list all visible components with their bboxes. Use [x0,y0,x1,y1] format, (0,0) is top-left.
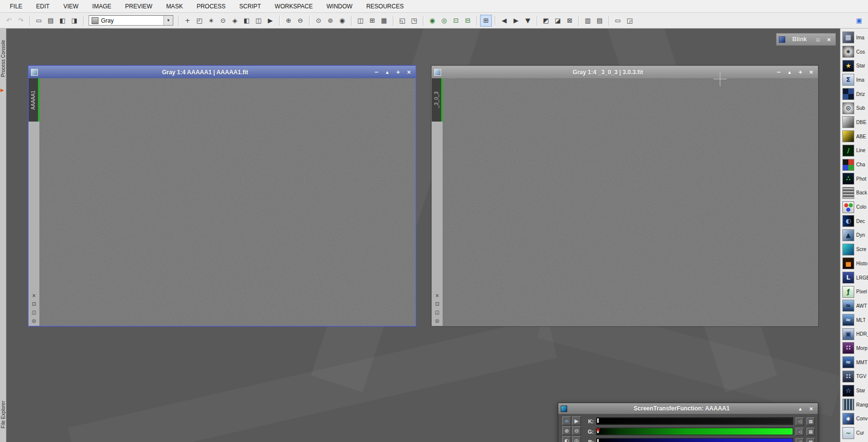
zoom-window-button[interactable]: + [394,68,402,76]
preview-tool-icon[interactable]: ⊡ [30,300,38,307]
process-item-atrouswavelettransform[interactable]: ≈ AWT [840,299,868,313]
menu-process[interactable]: PROCESS [190,0,232,13]
window-aaaaa1[interactable]: Gray 1:4 AAAAA1 | AAAAA1.fit −▴+× AAAAA1… [28,65,416,326]
menu-preview[interactable]: PREVIEW [118,0,159,13]
menu-resources[interactable]: RESOURCES [359,0,411,13]
process-item-rangeselection[interactable]: Rang [840,398,868,412]
link-rgb-icon[interactable]: ∞ [562,416,571,425]
process-item-drizzleintegration[interactable]: Driz [840,87,868,101]
process-item-imagecalibration[interactable]: ▦ Ima [840,31,868,45]
menu-view[interactable]: VIEW [57,0,86,13]
process-item-tgvdenoise[interactable]: ∷ TGV [840,370,868,384]
image-statistics-icon[interactable]: ◨ [68,15,80,27]
edit-preview-mode-icon[interactable]: ◫ [253,15,264,27]
undo-icon[interactable]: ↶ [3,15,15,27]
invert-mask-icon[interactable]: ⊠ [564,15,576,27]
dynamic-mode-icon[interactable]: ∗ [205,15,217,27]
channel-slider[interactable] [596,438,793,442]
process-item-multiscalemediantransform[interactable]: ≈ MMT [840,355,868,370]
chevron-down-icon[interactable]: ▼ [163,16,173,25]
edit-channel-button[interactable]: ▦ [806,417,815,425]
close-button[interactable]: × [825,36,833,43]
reset-channel-button[interactable]: ◁ [796,417,804,425]
readout-icon[interactable]: ◎ [572,436,581,442]
process-item-dynamiccrop[interactable]: ▲ Dyn [840,228,868,243]
channel-slider[interactable] [596,417,793,425]
previous-image-icon[interactable]: ◀ [498,15,510,27]
close-button[interactable]: × [405,68,413,76]
tile-windows-icon[interactable]: ⊞ [366,15,378,27]
process-item-pixelmath[interactable]: ƒ Pixel [840,284,868,299]
menu-file[interactable]: FILE [3,0,29,13]
resize-tool-icon[interactable]: × [30,292,38,299]
process-item-multiscalelineartransform[interactable]: ≈ MLT [840,313,868,327]
zoom-to-fit-icon[interactable]: ⊚ [324,15,336,27]
menu-edit[interactable]: EDIT [29,0,56,13]
pan-mode-icon[interactable]: + [182,15,193,27]
cascade-windows-icon[interactable]: ◫ [354,15,366,27]
preview-tool-icon[interactable]: ⊡ [433,300,441,307]
close-button[interactable]: × [807,68,815,76]
reset-channel-button[interactable]: ◁ [796,438,804,442]
stf-edit-icon[interactable]: ⊡ [450,15,462,27]
stf-reset-icon[interactable]: ⊟ [462,15,474,27]
edit-identifier-icon[interactable]: ▭ [33,15,45,27]
window-titlebar[interactable]: Gray 1:4 _3_0_3 | 3.0.3.fit −▴+× [432,66,818,78]
iconize-button[interactable]: − [372,68,381,76]
readout-tool-icon[interactable]: ◎ [30,317,38,324]
resize-tool-icon[interactable]: × [433,292,441,299]
fits-header-icon[interactable]: ▤ [45,15,57,27]
menu-workspace[interactable]: WORKSPACE [268,0,320,13]
process-item-imageintegration[interactable]: Σ Ima [840,73,868,87]
channel-slider[interactable]: × [596,428,793,435]
edit-channel-button[interactable]: ▦ [806,428,815,436]
stf-titlebar[interactable]: ScreenTransferFunction: AAAAA1 ▴× [558,403,818,414]
zoom-optimal-icon[interactable]: ◉ [336,15,348,27]
process-item-starmask[interactable]: ☆ Star [840,383,868,398]
pan-histogram-icon[interactable]: ◐ [562,436,571,442]
process-item-channelcombination[interactable]: Cha [840,158,868,172]
menu-image[interactable]: IMAGE [85,0,118,13]
process-item-staralignment[interactable]: ★ Star [840,59,868,73]
shade-button[interactable]: ▴ [383,68,391,76]
views-tool-icon[interactable]: ◫ [30,309,38,316]
pointer-mode-icon[interactable]: ▶ [572,416,581,425]
zoom-mode-icon[interactable]: ◰ [193,15,205,27]
readout-mode-icon[interactable]: ⊙ [217,15,229,27]
reset-channel-button[interactable]: ◁ [796,428,804,436]
edit-channel-button[interactable]: ▦ [806,438,815,442]
process-item-convolution[interactable]: ∗ Conv [840,412,868,426]
arrange-icons-icon[interactable]: ▦ [378,15,390,27]
window-blink[interactable]: Blink ▫× [776,33,836,46]
menu-mask[interactable]: MASK [159,0,190,13]
menu-window[interactable]: WINDOW [320,0,359,13]
zoom-in-icon[interactable]: ⊕ [562,426,571,435]
fit-workspace-icon[interactable]: ◳ [408,15,420,27]
shade-button[interactable]: ▴ [785,68,794,76]
process-item-backgroundneutralization[interactable]: Back [840,186,868,200]
image-canvas[interactable] [443,78,818,326]
center-image-icon[interactable]: ◈ [229,15,241,27]
image-list-icon[interactable]: ▼ [522,15,534,27]
process-item-subframeselector[interactable]: ⊙ Sub [840,101,868,115]
format-explorer-icon[interactable]: ▤ [594,15,606,27]
image-properties-icon[interactable]: ◧ [57,15,68,27]
process-item-colorcalibration[interactable]: Colo [840,200,868,214]
process-item-linearfit[interactable]: / Line [840,144,868,158]
readout-tool-icon[interactable]: ◎ [433,317,441,324]
workspace[interactable]: Gray 1:4 AAAAA1 | AAAAA1.fit −▴+× AAAAA1… [6,29,840,442]
show-mask-icon[interactable]: ◩ [540,15,552,27]
view-tab[interactable]: AAAAA1 [29,78,38,122]
workspace-monitor-icon[interactable]: ▣ [853,15,865,27]
process-item-lrgbcombination[interactable]: L LRGB [840,271,868,285]
process-item-morphologicaltransformation[interactable]: ∷ Morp [840,341,868,355]
process-item-screentransferfunction[interactable]: Scre [840,242,868,256]
zoom-window-button[interactable]: + [796,68,804,76]
views-tool-icon[interactable]: ◫ [433,309,441,316]
explorer-panel-icon[interactable]: ▥ [582,15,594,27]
view-explorer-icon[interactable]: ◲ [624,15,636,27]
process-item-cosmeticcorrection[interactable]: ∗ Cos [840,45,868,59]
fit-window-icon[interactable]: ◱ [396,15,408,27]
display-channel-select[interactable]: Gray ▼ [89,15,173,26]
close-button[interactable]: × [807,405,815,412]
